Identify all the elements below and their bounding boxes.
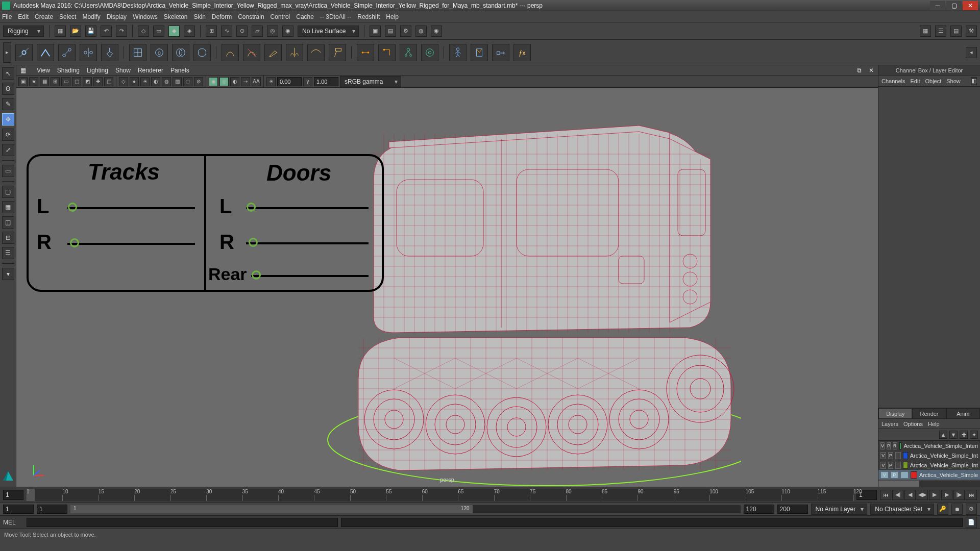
panel-menu-shading[interactable]: Shading bbox=[57, 67, 80, 74]
vp-exposure-icon[interactable]: ☀ bbox=[266, 77, 276, 86]
cbx-channels[interactable]: Channels bbox=[881, 78, 905, 84]
layer-tab-display[interactable]: Display bbox=[878, 408, 912, 419]
vp-gate-mask-icon[interactable]: ◩ bbox=[83, 77, 92, 86]
layer-color-swatch[interactable] bbox=[899, 442, 902, 449]
layer-ref-toggle[interactable] bbox=[900, 471, 909, 479]
constraint-aim-icon[interactable] bbox=[421, 44, 438, 61]
menu-modify[interactable]: Modify bbox=[82, 13, 100, 20]
character-set-dropdown[interactable]: No Character Set bbox=[870, 504, 934, 515]
play-forward-icon[interactable]: ▶ bbox=[929, 490, 940, 500]
vp-grid-icon[interactable]: ⊞ bbox=[51, 77, 60, 86]
expression-icon[interactable]: ƒx bbox=[513, 44, 531, 61]
cmd-language-label[interactable]: MEL bbox=[3, 519, 23, 526]
render-view-icon[interactable]: ◉ bbox=[431, 26, 442, 37]
goto-start-icon[interactable]: ⏮ bbox=[880, 490, 891, 500]
layer-row[interactable]: V P Arctica_Vehicle_Simple_Int bbox=[878, 460, 980, 470]
snap-grid-icon[interactable]: ⊞ bbox=[206, 26, 217, 37]
vp-film-gate-icon[interactable]: ▭ bbox=[61, 77, 70, 86]
constraint-orient-icon[interactable] bbox=[378, 44, 396, 61]
maximize-button[interactable]: ▢ bbox=[946, 1, 962, 10]
layer-row[interactable]: V P Arctica_Vehicle_Simple_Int bbox=[878, 450, 980, 460]
play-back-icon[interactable]: ◀▶ bbox=[917, 490, 928, 500]
rig-tracks-l-handle[interactable] bbox=[68, 203, 77, 212]
layer-move-down-icon[interactable]: ▼ bbox=[949, 431, 958, 439]
minimize-button[interactable]: ─ bbox=[930, 1, 945, 10]
auto-key-icon[interactable]: 🔑 bbox=[937, 504, 948, 515]
menu-skeleton[interactable]: Skeleton bbox=[164, 13, 188, 20]
shelf-tab-toggle[interactable]: ▸ bbox=[3, 42, 11, 63]
mirror-joint-icon[interactable] bbox=[80, 44, 97, 61]
menu-3dtoall[interactable]: -- 3DtoAll -- bbox=[320, 13, 351, 20]
vp-exposure-value[interactable]: 0.00 bbox=[277, 77, 302, 86]
layout-two-stack-icon[interactable]: ⊟ bbox=[2, 232, 14, 244]
vp-xray-joints-icon[interactable]: ⊘ bbox=[194, 77, 203, 86]
quick-rig-icon[interactable] bbox=[471, 44, 488, 61]
layer-color-swatch[interactable] bbox=[911, 471, 918, 479]
shelf-options-icon[interactable]: ◂ bbox=[966, 47, 977, 58]
menu-skin[interactable]: Skin bbox=[194, 13, 206, 20]
mirror-weights-icon[interactable] bbox=[286, 44, 303, 61]
panel-menu-view[interactable]: View bbox=[37, 67, 50, 74]
layer-playback-toggle[interactable]: P bbox=[891, 471, 899, 479]
vp-wireframe-icon[interactable]: ◇ bbox=[119, 77, 128, 86]
workspace-dropdown[interactable]: Rigging bbox=[3, 26, 44, 37]
menu-edit[interactable]: Edit bbox=[18, 13, 29, 20]
human-ik-icon[interactable] bbox=[449, 44, 467, 61]
layer-new-empty-icon[interactable]: ✚ bbox=[960, 431, 968, 439]
vp-isolate-select-icon[interactable]: ◉ bbox=[209, 77, 218, 86]
layer-move-up-icon[interactable]: ▲ bbox=[939, 431, 947, 439]
lattice-icon[interactable] bbox=[129, 44, 146, 61]
layer-tab-anim[interactable]: Anim bbox=[946, 408, 980, 419]
joint-tool-icon[interactable] bbox=[15, 44, 33, 61]
range-thumb[interactable]: 1 120 bbox=[70, 505, 473, 513]
new-scene-icon[interactable]: ▦ bbox=[55, 26, 66, 37]
step-back-frame-icon[interactable]: ◀ bbox=[904, 490, 916, 500]
rig-tracks-l-slider[interactable] bbox=[67, 207, 195, 209]
vp-safe-action-icon[interactable]: ◫ bbox=[104, 77, 113, 86]
rotate-tool[interactable]: ⟳ bbox=[2, 129, 14, 141]
vp-smooth-shade-icon[interactable]: ● bbox=[130, 77, 139, 86]
panel-popout-icon[interactable]: ⧉ bbox=[857, 67, 862, 74]
menu-windows[interactable]: Windows bbox=[133, 13, 158, 20]
orient-joint-icon[interactable] bbox=[101, 44, 118, 61]
rig-doors-rear-handle[interactable] bbox=[252, 270, 261, 280]
snap-live-icon[interactable]: ◎ bbox=[267, 26, 278, 37]
make-live-icon[interactable]: ◉ bbox=[282, 26, 293, 37]
redo-icon[interactable]: ↷ bbox=[116, 26, 127, 37]
layer-row[interactable]: V P R Arctica_Vehicle_Simple_Interi bbox=[878, 441, 980, 450]
goto-end-icon[interactable]: ⏭ bbox=[966, 490, 977, 500]
anim-layer-dropdown[interactable]: No Anim Layer bbox=[811, 504, 868, 515]
layer-scrollbar[interactable] bbox=[878, 481, 980, 487]
vp-ao-icon[interactable]: ◐ bbox=[230, 77, 239, 86]
menu-create[interactable]: Create bbox=[35, 13, 53, 20]
snap-plane-icon[interactable]: ▱ bbox=[252, 26, 263, 37]
smooth-weights-icon[interactable] bbox=[307, 44, 325, 61]
layer-ref-toggle[interactable] bbox=[895, 452, 901, 459]
vp-color-mgmt-dropdown[interactable]: sRGB gamma bbox=[340, 76, 401, 87]
rig-doors-r-handle[interactable] bbox=[249, 238, 258, 247]
last-tool[interactable]: ▭ bbox=[2, 165, 14, 177]
range-track[interactable]: 1 120 bbox=[70, 505, 741, 513]
close-button[interactable]: ✕ bbox=[963, 1, 978, 10]
vp-resolution-gate-icon[interactable]: ▢ bbox=[72, 77, 81, 86]
panel-menu-lighting[interactable]: Lighting bbox=[87, 67, 108, 74]
set-key-icon[interactable]: ⏺ bbox=[951, 504, 963, 515]
layer-vis-toggle[interactable]: V bbox=[880, 442, 885, 449]
script-editor-icon[interactable]: 📄 bbox=[966, 517, 977, 528]
vp-gamma-icon[interactable]: γ bbox=[303, 77, 312, 86]
menu-redshift[interactable]: Redshift bbox=[357, 13, 380, 20]
layer-ref-toggle[interactable]: R bbox=[893, 442, 897, 449]
snap-curve-icon[interactable]: ∿ bbox=[221, 26, 232, 37]
menu-constrain[interactable]: Constrain bbox=[238, 13, 264, 20]
cluster-icon[interactable]: C bbox=[151, 44, 168, 61]
select-tool[interactable]: ↖ bbox=[2, 67, 14, 80]
vp-image-plane-icon[interactable]: ▦ bbox=[40, 77, 49, 86]
layer-vis-toggle[interactable]: V bbox=[880, 452, 886, 459]
anim-prefs-icon[interactable]: ⚙ bbox=[966, 504, 977, 515]
attribute-editor-toggle-icon[interactable]: ▤ bbox=[950, 26, 962, 37]
channel-box-toggle-icon[interactable]: ☰ bbox=[935, 26, 946, 37]
time-start-field[interactable]: 1 bbox=[3, 490, 23, 500]
range-end-field[interactable]: 200 bbox=[777, 505, 808, 514]
time-ruler[interactable]: 1101520253035404550556065707580859095100… bbox=[27, 489, 853, 501]
layer-vis-toggle[interactable]: V bbox=[880, 471, 889, 479]
